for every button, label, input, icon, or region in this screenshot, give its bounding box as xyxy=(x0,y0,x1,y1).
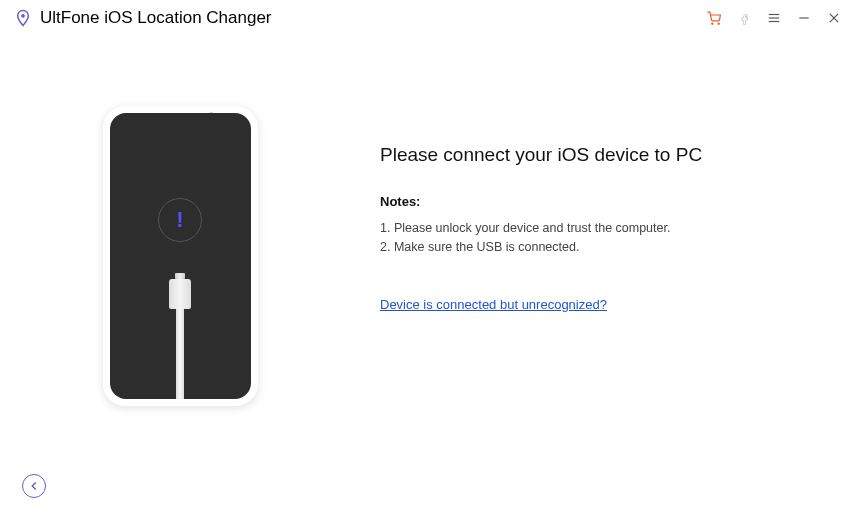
info-panel: Please connect your iOS device to PC Not… xyxy=(380,66,815,446)
main-content: ! Please connect your iOS device to PC N… xyxy=(0,36,855,446)
minimize-icon[interactable] xyxy=(797,11,811,25)
note-item: 2. Make sure the USB is connected. xyxy=(380,238,815,257)
unrecognized-help-link[interactable]: Device is connected but unrecognized? xyxy=(380,297,607,312)
usb-cable-icon xyxy=(169,279,191,399)
notes-list: 1. Please unlock your device and trust t… xyxy=(380,219,815,257)
notes-label: Notes: xyxy=(380,194,815,209)
app-title: UltFone iOS Location Changer xyxy=(40,8,272,28)
svg-point-1 xyxy=(712,23,713,24)
phone-frame: ! xyxy=(103,106,258,406)
cart-icon[interactable] xyxy=(707,11,721,25)
titlebar-controls xyxy=(707,11,841,25)
back-button[interactable] xyxy=(22,474,46,498)
svg-point-0 xyxy=(21,14,25,18)
connect-heading: Please connect your iOS device to PC xyxy=(380,144,815,166)
close-icon[interactable] xyxy=(827,11,841,25)
menu-icon[interactable] xyxy=(767,11,781,25)
app-logo-icon xyxy=(14,9,32,27)
titlebar: UltFone iOS Location Changer xyxy=(0,0,855,36)
svg-point-2 xyxy=(718,23,719,24)
note-item: 1. Please unlock your device and trust t… xyxy=(380,219,815,238)
facebook-icon[interactable] xyxy=(737,11,751,25)
alert-icon: ! xyxy=(158,198,202,242)
exclamation-icon: ! xyxy=(176,207,183,233)
titlebar-left: UltFone iOS Location Changer xyxy=(14,8,272,28)
phone-illustration: ! xyxy=(40,66,320,446)
phone-screen: ! xyxy=(110,113,251,399)
